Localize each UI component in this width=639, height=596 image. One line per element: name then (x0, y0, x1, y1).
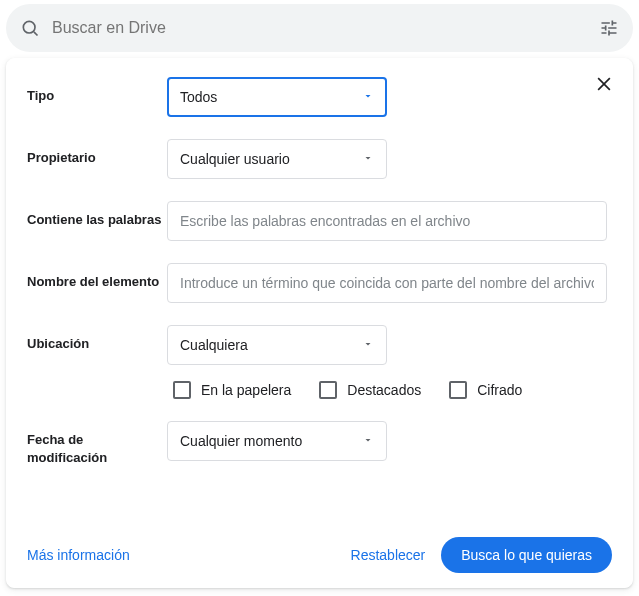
close-icon (594, 74, 614, 97)
select-propietario[interactable]: Cualquier usuario (167, 139, 387, 179)
select-fecha[interactable]: Cualquier momento (167, 421, 387, 461)
input-contiene[interactable] (167, 201, 607, 241)
svg-line-1 (34, 32, 38, 36)
close-button[interactable] (588, 69, 620, 101)
row-nombre: Nombre del elemento (27, 263, 612, 303)
row-contiene: Contiene las palabras (27, 201, 612, 241)
select-ubicacion[interactable]: Cualquiera (167, 325, 387, 365)
select-fecha-value: Cualquier momento (180, 433, 302, 449)
select-tipo[interactable]: Todos (167, 77, 387, 117)
more-info-link[interactable]: Más información (27, 547, 130, 563)
row-fecha: Fecha de modificación Cualquier momento (27, 421, 612, 467)
checkbox-cifrado[interactable]: Cifrado (449, 381, 522, 399)
svg-point-0 (23, 21, 35, 33)
row-ubicacion: Ubicación Cualquiera En la papelera De (27, 325, 612, 399)
checkbox-box-icon (173, 381, 191, 399)
label-ubicacion: Ubicación (27, 325, 167, 353)
reset-button[interactable]: Restablecer (351, 547, 426, 563)
chevron-down-icon (362, 433, 374, 449)
search-icon (20, 18, 40, 38)
select-propietario-value: Cualquier usuario (180, 151, 290, 167)
checkbox-box-icon (449, 381, 467, 399)
chevron-down-icon (362, 89, 374, 105)
checkbox-destacados[interactable]: Destacados (319, 381, 421, 399)
checkbox-papelera-label: En la papelera (201, 382, 291, 398)
checkbox-destacados-label: Destacados (347, 382, 421, 398)
row-tipo: Tipo Todos (27, 77, 612, 117)
panel-footer: Más información Restablecer Busca lo que… (7, 523, 632, 587)
input-nombre[interactable] (167, 263, 607, 303)
search-bar (6, 4, 633, 52)
label-fecha: Fecha de modificación (27, 421, 167, 467)
chevron-down-icon (362, 151, 374, 167)
checkbox-cifrado-label: Cifrado (477, 382, 522, 398)
label-contiene: Contiene las palabras (27, 201, 167, 229)
chevron-down-icon (362, 337, 374, 353)
checkbox-papelera[interactable]: En la papelera (173, 381, 291, 399)
label-nombre: Nombre del elemento (27, 263, 167, 291)
row-propietario: Propietario Cualquier usuario (27, 139, 612, 179)
select-tipo-value: Todos (180, 89, 217, 105)
advanced-search-panel: Tipo Todos Propietario Cualquier usuario (6, 58, 633, 588)
tune-icon[interactable] (599, 18, 619, 38)
search-submit-button[interactable]: Busca lo que quieras (441, 537, 612, 573)
ubicacion-checkbox-group: En la papelera Destacados Cifrado (173, 381, 612, 399)
label-tipo: Tipo (27, 77, 167, 105)
checkbox-box-icon (319, 381, 337, 399)
panel-scroll[interactable]: Tipo Todos Propietario Cualquier usuario (7, 59, 632, 523)
select-ubicacion-value: Cualquiera (180, 337, 248, 353)
search-input[interactable] (52, 19, 587, 37)
label-propietario: Propietario (27, 139, 167, 167)
